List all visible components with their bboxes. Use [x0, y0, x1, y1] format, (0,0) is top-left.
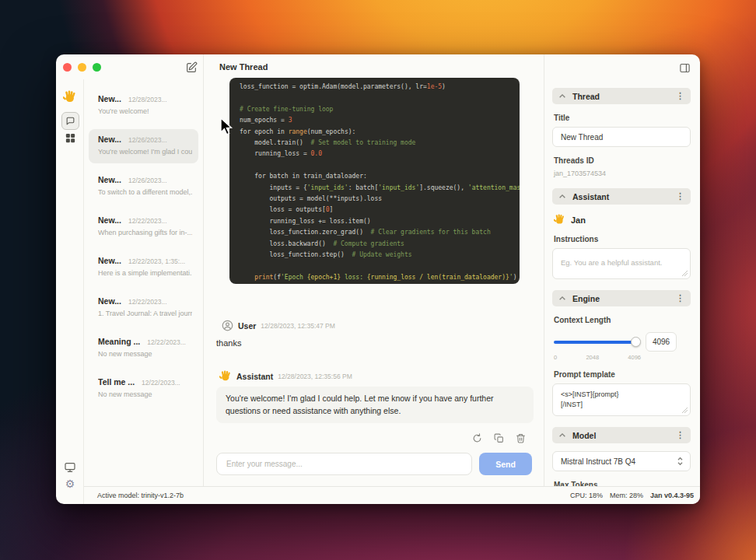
model-select-value: Mistral Instruct 7B Q4 [561, 457, 635, 466]
engine-section-header[interactable]: Engine ⋮ [552, 290, 691, 306]
thread-list-item[interactable]: Meaning ... 12/22/2023... No new message [89, 331, 198, 366]
thread-date: 12/26/2023... [128, 177, 167, 184]
status-bar: Active model: trinity-v1.2-7b CPU: 18% M… [84, 486, 700, 504]
section-title: Model [572, 431, 596, 440]
thread-date: 12/22/2023... [147, 338, 186, 346]
thread-section-header[interactable]: Thread ⋮ [552, 88, 691, 104]
chat-bubble-icon [65, 116, 75, 126]
waving-hand-icon [63, 90, 77, 104]
section-title: Thread [572, 92, 600, 101]
thread-title: New... [98, 256, 121, 265]
slider-track [554, 341, 638, 344]
chevron-up-icon [558, 194, 566, 199]
thread-list-item[interactable]: New... 12/26/2023... You're welcome! I'm… [89, 129, 198, 163]
resize-handle-icon[interactable] [682, 271, 688, 276]
user-message-text: thanks [216, 338, 241, 348]
zoom-window-button[interactable] [93, 63, 101, 72]
message-timestamp: 12/28/2023, 12:35:47 PM [261, 322, 334, 330]
mouse-cursor [219, 117, 236, 136]
section-title: Assistant [572, 192, 609, 201]
model-section-header[interactable]: Model ⋮ [552, 427, 691, 443]
context-length-control: 4096 [554, 332, 689, 352]
thread-title: New... [98, 215, 121, 225]
user-avatar-icon [222, 320, 233, 331]
message-input[interactable] [216, 453, 472, 475]
thread-list-item[interactable]: New... 12/28/2023... You're welcome! [89, 89, 198, 123]
chevron-up-icon [558, 432, 566, 438]
thread-snippet: Here is a simple implementati... [98, 269, 192, 277]
active-model-status: Active model: trinity-v1.2-7b [97, 492, 184, 499]
tick-label: 0 [554, 354, 557, 361]
prompt-template-value: <s>[INST]{prompt} [/INST] [561, 390, 682, 410]
thread-title: New... [98, 175, 121, 184]
delete-button[interactable] [514, 432, 527, 444]
sidebar-item-hub[interactable] [56, 132, 84, 144]
toggle-right-panel-button[interactable] [677, 60, 692, 75]
titlebar: New Thread [56, 54, 700, 79]
menu-dots-icon[interactable]: ⋮ [676, 92, 684, 100]
thread-list-item[interactable]: New... 12/22/2023... When purchasing gif… [89, 210, 198, 244]
thread-title: Meaning ... [98, 337, 140, 346]
cpu-status: CPU: 18% [570, 492, 603, 499]
send-button[interactable]: Send [479, 453, 532, 475]
trash-icon [516, 433, 526, 443]
message-author: User [238, 321, 256, 331]
assistant-avatar-hand-icon [219, 370, 232, 383]
minimize-window-button[interactable] [78, 63, 86, 72]
thread-snippet: No new message [98, 350, 192, 358]
thread-list-item[interactable]: New... 12/26/2023... To switch to a diff… [89, 170, 198, 204]
thread-date: 12/22/2023, 1:35:... [128, 257, 185, 265]
slider-ticks: 0 2048 4096 [554, 354, 641, 361]
copy-button[interactable] [492, 432, 505, 444]
thread-title: New... [98, 135, 121, 144]
monitor-icon [64, 461, 76, 474]
thread-snippet: You're welcome! I'm glad I cou... [98, 148, 192, 156]
close-window-button[interactable] [63, 63, 72, 72]
panel-right-icon [679, 62, 691, 74]
context-length-slider[interactable] [554, 338, 638, 347]
sidebar-item-chat[interactable] [61, 112, 79, 130]
assistant-section-header[interactable]: Assistant ⋮ [552, 188, 691, 205]
max-tokens-label: Max Tokens [554, 481, 689, 486]
slider-knob[interactable] [631, 337, 641, 347]
sidebar-item-settings[interactable]: ⚙ [56, 478, 84, 489]
regenerate-button[interactable] [471, 432, 483, 444]
gear-icon: ⚙ [65, 478, 75, 489]
thread-title-input[interactable] [552, 127, 691, 147]
prompt-template-label: Prompt template [554, 370, 689, 379]
resize-handle-icon[interactable] [682, 408, 688, 413]
context-length-label: Context Length [554, 316, 689, 324]
menu-dots-icon[interactable]: ⋮ [676, 294, 684, 303]
section-title: Engine [572, 294, 600, 303]
app-logo [56, 90, 84, 104]
model-select[interactable]: Mistral Instruct 7B Q4 [552, 451, 691, 471]
thread-title: New... [98, 296, 121, 306]
app-version: Jan v0.4.3-95 [650, 492, 694, 499]
sidebar-item-system-monitor[interactable] [56, 461, 84, 474]
code-block[interactable]: loss_function = optim.Adam(model.paramet… [229, 78, 520, 284]
threads-id-value: jan_1703574534 [554, 170, 689, 177]
regenerate-icon [472, 433, 482, 443]
thread-list-panel: New... 12/28/2023... You're welcome! New… [84, 54, 204, 486]
chat-panel: loss_function = optim.Adam(model.paramet… [204, 54, 544, 486]
desktop: New Thread ⚙ [0, 0, 756, 560]
instructions-textarea[interactable]: Eg. You are a helpful assistant. [552, 248, 691, 279]
title-label: Title [554, 114, 689, 122]
context-length-value: 4096 [646, 332, 677, 352]
thread-list-item[interactable]: New... 12/22/2023, 1:35:... Here is a si… [89, 250, 198, 285]
thread-list-item[interactable]: New... 12/22/2023... 1. Travel Journal: … [89, 291, 198, 325]
menu-dots-icon[interactable]: ⋮ [676, 192, 684, 201]
thread-title: New... [98, 94, 121, 103]
menu-dots-icon[interactable]: ⋮ [676, 431, 684, 439]
assistant-identity: Jan [554, 214, 689, 226]
instructions-label: Instructions [554, 235, 689, 243]
assistant-name: Jan [571, 215, 586, 225]
page-title: New Thread [219, 62, 268, 72]
prompt-template-textarea[interactable]: <s>[INST]{prompt} [/INST] [552, 383, 691, 416]
chevron-up-icon [558, 93, 566, 99]
new-thread-button[interactable] [184, 60, 199, 75]
thread-date: 12/22/2023... [128, 217, 167, 225]
thread-list-item[interactable]: Tell me ... 12/22/2023... No new message [89, 372, 198, 406]
message-author: Assistant [236, 372, 273, 381]
copy-icon [494, 433, 504, 443]
